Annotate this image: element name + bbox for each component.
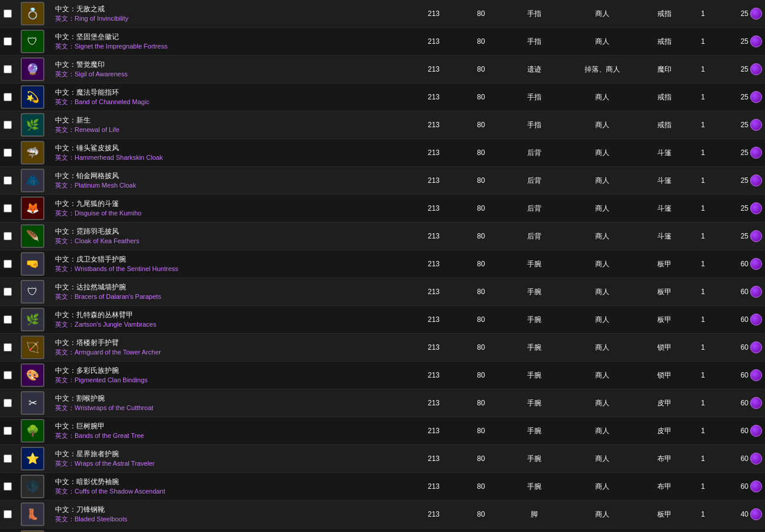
price-number: 60 (741, 343, 748, 352)
cn-prefix: 中文： (55, 88, 76, 96)
item-icon: 🌑 (21, 475, 44, 498)
price-col: 25 (718, 230, 765, 242)
price-number: 25 (741, 204, 748, 212)
row-checkbox[interactable] (4, 454, 12, 463)
currency-icon (750, 425, 762, 437)
price-number: 25 (741, 121, 748, 129)
table-row: 🐾 中文：凯祖克的践踏战靴 英文：Kyzoc's Ground Stompers… (0, 528, 765, 532)
source-col: 商人 (564, 482, 641, 492)
table-row: 🔮 中文：警觉魔印 英文：Sigil of Awareness 213 80 遗… (0, 56, 765, 83)
item-level-col: 213 (410, 510, 457, 518)
icon-glyph: ✂ (28, 396, 37, 410)
cn-text: 刀锋钢靴 (76, 505, 105, 514)
item-icon-col: 🌿 (15, 308, 50, 331)
icon-glyph: 🪶 (26, 230, 39, 243)
row-checkbox[interactable] (4, 315, 12, 324)
row-checkbox-col (0, 149, 15, 157)
price-number: 25 (741, 9, 748, 18)
row-checkbox[interactable] (4, 93, 12, 101)
req-level: 80 (477, 454, 485, 463)
row-checkbox[interactable] (4, 260, 12, 268)
type-text: 戒指 (657, 93, 672, 101)
item-name-col: 中文：塔楼射手护臂 英文：Armguard of the Tower Arche… (50, 337, 410, 358)
table-row: 🤜 中文：戌卫女猎手护腕 英文：Wristbands of the Sentin… (0, 250, 765, 278)
en-text: Platinum Mesh Cloak (75, 182, 136, 189)
item-name-cn: 中文：九尾狐的斗篷 (55, 199, 405, 209)
row-checkbox[interactable] (4, 427, 12, 435)
en-prefix: 英文： (55, 182, 75, 189)
item-icon: ✂ (21, 391, 44, 415)
item-icon: 🤜 (21, 252, 44, 276)
row-checkbox[interactable] (4, 288, 12, 296)
slot-col: 手腕 (505, 370, 564, 381)
row-checkbox[interactable] (4, 37, 12, 46)
row-checkbox[interactable] (4, 65, 12, 73)
slot-col: 手指 (505, 120, 564, 130)
cn-text: 巨树腕甲 (76, 422, 105, 430)
count-text: 1 (701, 121, 705, 129)
source-col: 商人 (564, 204, 641, 214)
cn-prefix: 中文： (55, 505, 76, 514)
slot-col: 手腕 (505, 315, 564, 325)
row-checkbox[interactable] (4, 232, 12, 240)
row-checkbox-col (0, 176, 15, 185)
item-name-col: 中文：无敌之戒 英文：Ring of Invincibility (50, 3, 410, 24)
en-prefix: 英文： (55, 432, 75, 439)
row-checkbox[interactable] (4, 510, 12, 518)
price-number: 60 (741, 315, 748, 324)
currency-icon (750, 36, 762, 47)
icon-glyph: 💍 (26, 7, 39, 20)
row-checkbox-col (0, 93, 15, 101)
cn-prefix: 中文： (55, 33, 76, 41)
en-prefix: 英文： (55, 349, 75, 356)
slot-text: 手指 (527, 93, 541, 101)
row-checkbox-col (0, 482, 15, 491)
req-level-col: 80 (457, 65, 505, 73)
item-level: 213 (428, 510, 440, 518)
currency-icon (750, 8, 762, 20)
item-name-cn: 中文：警觉魔印 (55, 60, 405, 70)
row-checkbox[interactable] (4, 121, 12, 129)
table-row: 🪶 中文：霓蹄羽毛披风 英文：Cloak of Kea Feathers 213… (0, 223, 765, 250)
source-text: 商人 (595, 9, 609, 18)
row-checkbox[interactable] (4, 399, 12, 407)
row-checkbox[interactable] (4, 204, 12, 212)
row-checkbox[interactable] (4, 176, 12, 185)
row-checkbox[interactable] (4, 343, 12, 352)
item-name-en: 英文：Wristbands of the Sentinel Huntress (55, 265, 405, 273)
item-name-en: 英文：Cuffs of the Shadow Ascendant (55, 487, 405, 496)
icon-glyph: 🌑 (26, 480, 39, 493)
en-text: Cloak of Kea Feathers (75, 237, 139, 244)
item-level: 213 (428, 204, 440, 212)
type-text: 锁甲 (657, 371, 672, 379)
req-level-col: 80 (457, 9, 505, 18)
cn-text: 戌卫女猎手护腕 (76, 255, 126, 263)
row-checkbox[interactable] (4, 482, 12, 491)
count-col: 1 (688, 121, 718, 129)
price-number: 60 (741, 288, 748, 296)
table-row: 🌿 中文：扎特森的丛林臂甲 英文：Zartson's Jungle Vambra… (0, 306, 765, 334)
row-checkbox[interactable] (4, 9, 12, 18)
source-text: 商人 (595, 343, 609, 352)
req-level: 80 (477, 93, 485, 101)
slot-col: 后背 (505, 176, 564, 186)
item-level-col: 213 (410, 454, 457, 463)
icon-glyph: 🛡 (27, 36, 38, 48)
count-col: 1 (688, 315, 718, 324)
req-level: 80 (477, 121, 485, 129)
row-checkbox[interactable] (4, 371, 12, 379)
count-col: 1 (688, 482, 718, 491)
req-level: 80 (477, 343, 485, 352)
count-text: 1 (701, 9, 705, 18)
row-checkbox[interactable] (4, 149, 12, 157)
type-col: 斗篷 (641, 204, 688, 214)
en-prefix: 英文： (55, 98, 75, 105)
req-level-col: 80 (457, 399, 505, 407)
item-level-col: 213 (410, 65, 457, 73)
cn-prefix: 中文： (55, 422, 76, 430)
source-col: 商人 (564, 148, 641, 158)
cn-prefix: 中文： (55, 227, 76, 236)
type-text: 戒指 (657, 37, 672, 46)
item-name-col: 中文：铂金网格披风 英文：Platinum Mesh Cloak (50, 170, 410, 191)
item-level: 213 (428, 232, 440, 240)
